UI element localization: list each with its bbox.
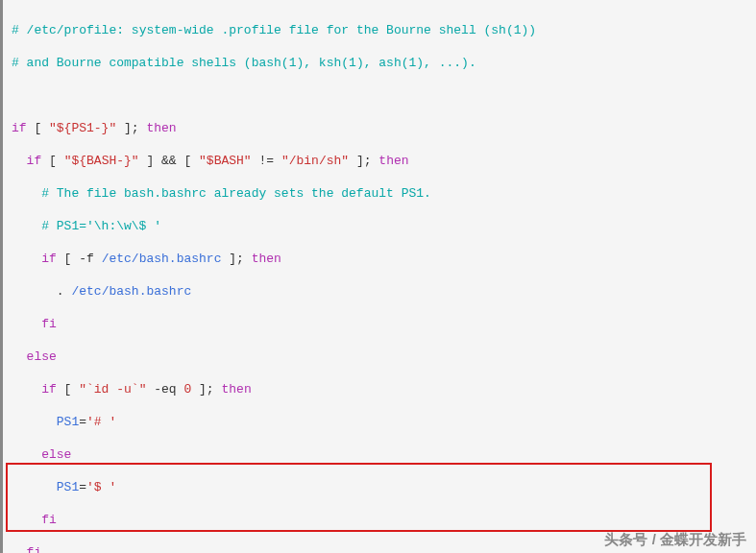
code-line: # PS1='\h:\w\$ ': [12, 218, 748, 234]
code-editor[interactable]: # /etc/profile: system-wide .profile fil…: [0, 0, 756, 553]
code-line: # The file bash.bashrc already sets the …: [12, 185, 748, 202]
code-line: PS1='$ ': [12, 479, 748, 495]
code-line: else: [12, 446, 748, 463]
code-line: else: [12, 349, 748, 365]
watermark-text: 头条号 / 金蝶开发新手: [604, 531, 746, 547]
code-line: . /etc/bash.bashrc: [12, 283, 748, 300]
code-line: fi: [12, 316, 748, 332]
code-line: if [ "${PS1-}" ]; then: [12, 120, 748, 136]
code-line: PS1='# ': [12, 414, 748, 430]
code-line: if [ -f /etc/bash.bashrc ]; then: [12, 251, 748, 267]
code-line: # /etc/profile: system-wide .profile fil…: [12, 22, 748, 38]
code-line: # and Bourne compatible shells (bash(1),…: [12, 55, 748, 71]
code-line: if [ "`id -u`" -eq 0 ]; then: [12, 381, 748, 397]
code-line: [12, 87, 748, 104]
code-line: if [ "${BASH-}" ] && [ "$BASH" != "/bin/…: [12, 153, 748, 169]
code-line: fi: [12, 512, 748, 528]
